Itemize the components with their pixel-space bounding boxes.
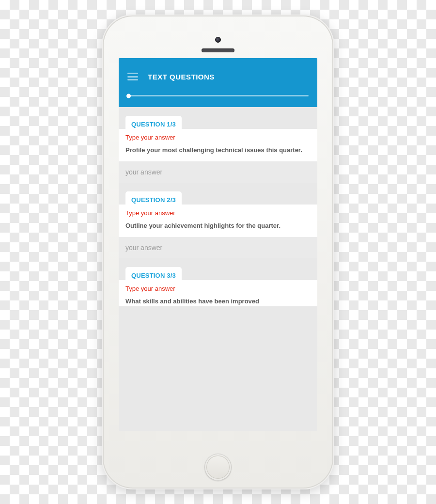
answer-input[interactable] <box>119 161 317 183</box>
app-header: TEXT QUESTIONS <box>119 58 317 107</box>
question-instruction: Type your answer <box>125 134 311 141</box>
question-block: QUESTION 1/3 Type your answer Profile yo… <box>119 116 317 183</box>
question-tag: QUESTION 1/3 <box>125 116 182 131</box>
phone-bottom-bezel <box>102 454 334 481</box>
progress-track <box>127 95 309 96</box>
phone-top-bezel <box>202 15 234 58</box>
question-instruction: Type your answer <box>125 209 311 217</box>
question-tag: QUESTION 3/3 <box>125 267 182 282</box>
speaker-grill <box>202 48 234 52</box>
phone-screen: TEXT QUESTIONS QUESTION 1/3 Type your an… <box>119 58 317 431</box>
question-card: Type your answer What skills and abiliti… <box>119 280 317 306</box>
question-instruction: Type your answer <box>125 285 311 292</box>
question-card: Type your answer Outline your achievemen… <box>119 205 317 258</box>
home-button[interactable] <box>204 454 232 481</box>
progress-handle-icon[interactable] <box>126 94 131 98</box>
question-card: Type your answer Profile your most chall… <box>119 129 317 183</box>
question-block: QUESTION 2/3 Type your answer Outline yo… <box>119 191 317 258</box>
question-prompt: What skills and abilities have been impr… <box>125 297 311 306</box>
question-tag: QUESTION 2/3 <box>125 191 182 206</box>
progress-bar[interactable] <box>119 87 317 107</box>
phone-frame: TEXT QUESTIONS QUESTION 1/3 Type your an… <box>102 15 334 489</box>
question-block: QUESTION 3/3 Type your answer What skill… <box>119 267 317 313</box>
app-header-bar: TEXT QUESTIONS <box>119 58 317 87</box>
answer-input[interactable] <box>119 237 317 258</box>
app-title: TEXT QUESTIONS <box>148 73 215 81</box>
menu-icon[interactable] <box>127 73 138 80</box>
question-prompt: Outline your achievement highlights for … <box>125 221 311 230</box>
camera-icon <box>215 37 221 43</box>
questions-list[interactable]: QUESTION 1/3 Type your answer Profile yo… <box>119 107 317 431</box>
question-prompt: Profile your most challenging technical … <box>125 146 311 155</box>
